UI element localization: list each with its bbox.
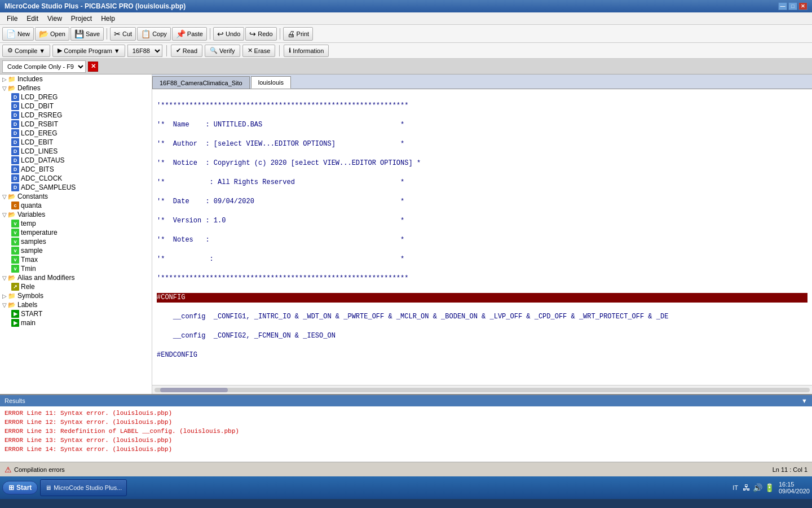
copy-button[interactable]: 📋 Copy — [137, 27, 171, 41]
menu-project[interactable]: Project — [67, 14, 96, 24]
labels-label: Labels — [17, 301, 37, 309]
lcd-lines-icon: D — [11, 147, 19, 155]
sidebar-section-labels[interactable]: ▽ 📂 Labels — [0, 300, 152, 309]
lcd-dataus-icon: D — [11, 156, 19, 164]
sidebar-item-samples[interactable]: v samples — [0, 237, 152, 246]
adc-sampleus-label: ADC_SAMPLEUS — [21, 183, 76, 191]
sidebar-item-lcd-dreg[interactable]: D LCD_DREG — [0, 93, 152, 102]
results-header: Results ▼ — [0, 395, 812, 406]
open-icon: 📂 — [39, 29, 48, 38]
status-bar: ⚠ Compilation errors Ln 11 : Col 1 — [0, 462, 812, 476]
compile-program-button[interactable]: ▶ Compile Program ▼ — [52, 45, 125, 57]
cut-button[interactable]: ✂ Cut — [110, 27, 136, 41]
taskbar-app-microcode[interactable]: 🖥 MicroCode Studio Plus... — [40, 479, 127, 496]
quanta-label: quanta — [21, 202, 42, 209]
sidebar-section-defines[interactable]: ▽ 📂 Defines — [0, 84, 152, 93]
start-button[interactable]: ⊞ Start — [2, 481, 38, 494]
compilation-errors-label: Compilation errors — [14, 466, 65, 473]
new-button[interactable]: 📄 New — [2, 27, 34, 41]
h-scroll-thumb[interactable] — [160, 388, 228, 392]
maximize-button[interactable]: □ — [788, 2, 797, 10]
main-area: ▷ 📁 Includes ▽ 📂 Defines D LCD_DREG D LC… — [0, 75, 812, 394]
menu-view[interactable]: View — [43, 14, 67, 24]
volume-icon: 🔊 — [753, 483, 762, 492]
battery-icon: 🔋 — [765, 483, 774, 492]
open-button[interactable]: 📂 Open — [35, 27, 69, 41]
sidebar-section-variables[interactable]: ▽ 📂 Variables — [0, 210, 152, 219]
sidebar-item-lcd-rsbit[interactable]: D LCD_RSBIT — [0, 120, 152, 129]
variables-folder-icon: 📂 — [8, 211, 16, 218]
alias-label: Alias and Modifiers — [17, 274, 74, 282]
sidebar-item-lcd-rsreg[interactable]: D LCD_RSREG — [0, 111, 152, 120]
sidebar-item-main[interactable]: ▶ main — [0, 318, 152, 327]
compile-only-select[interactable]: Code Compile Only - F9 — [2, 60, 86, 73]
sidebar-item-lcd-ebit[interactable]: D LCD_EBIT — [0, 138, 152, 147]
paste-button[interactable]: 📌 Paste — [172, 27, 207, 41]
tabs-bar: 16F88_CameraClimatica_Sito louislouis — [152, 75, 812, 89]
sidebar-section-alias[interactable]: ▽ 📂 Alias and Modifiers — [0, 273, 152, 282]
sidebar-section-symbols[interactable]: ▷ 📁 Symbols — [0, 291, 152, 300]
code-line-2: '* Name : UNTITLED.BAS * — [157, 120, 807, 130]
app-icon: 🖥 — [45, 484, 51, 491]
sidebar-section-includes[interactable]: ▷ 📁 Includes — [0, 75, 152, 84]
main-label: main — [21, 319, 36, 327]
network-icon: 🖧 — [743, 483, 751, 492]
variables-label: Variables — [17, 211, 45, 218]
verify-button[interactable]: 🔍 Verify — [205, 45, 240, 57]
lcd-dataus-label: LCD_DATAUS — [21, 156, 65, 164]
adc-clock-icon: D — [11, 174, 19, 182]
sidebar-item-lcd-dbit[interactable]: D LCD_DBIT — [0, 102, 152, 111]
sidebar-item-adc-sampleus[interactable]: D ADC_SAMPLEUS — [0, 183, 152, 192]
rele-icon: ↗ — [11, 283, 19, 291]
code-line-5: '* : All Rights Reserved * — [157, 178, 807, 187]
sidebar-item-adc-bits[interactable]: D ADC_BITS — [0, 165, 152, 174]
horizontal-scrollbar[interactable] — [152, 385, 812, 394]
sidebar-item-lcd-lines[interactable]: D LCD_LINES — [0, 147, 152, 156]
undo-button[interactable]: ↩ Undo — [213, 27, 244, 41]
erase-button[interactable]: ✕ Erase — [242, 45, 276, 57]
error-icon: ⚠ — [5, 465, 12, 474]
sidebar-item-tmin[interactable]: v Tmin — [0, 264, 152, 273]
sidebar-section-constants[interactable]: ▽ 📂 Constants — [0, 192, 152, 201]
menu-help[interactable]: Help — [96, 14, 120, 24]
code-editor[interactable]: '***************************************… — [152, 89, 812, 385]
code-line-6: '* Date : 09/04/2020 * — [157, 197, 807, 207]
sidebar-item-quanta[interactable]: c quanta — [0, 201, 152, 210]
clock: 16:15 09/04/2020 — [779, 481, 810, 494]
sidebar-item-rele[interactable]: ↗ Rele — [0, 282, 152, 291]
adc-clock-label: ADC_CLOCK — [21, 174, 62, 182]
compile-only-close[interactable]: ✕ — [88, 62, 98, 72]
code-line-8: '* Notes : * — [157, 235, 807, 245]
sidebar-item-tmax[interactable]: v Tmax — [0, 255, 152, 264]
temp-label: temp — [21, 220, 36, 227]
constants-folder-icon: 📂 — [8, 193, 16, 200]
tab-louislouis[interactable]: louislouis — [251, 76, 291, 89]
menu-edit[interactable]: Edit — [22, 14, 43, 24]
close-button[interactable]: ✕ — [798, 2, 807, 10]
chip-select[interactable]: 16F88 — [127, 45, 162, 57]
tmin-label: Tmin — [21, 265, 36, 273]
menu-file[interactable]: File — [2, 14, 22, 24]
sidebar-item-start[interactable]: ▶ START — [0, 309, 152, 318]
minimize-button[interactable]: — — [778, 2, 787, 10]
save-button[interactable]: 💾 Save — [70, 27, 104, 41]
results-panel: Results ▼ ERROR Line 11: Syntax error. (… — [0, 394, 812, 462]
sidebar-item-lcd-dataus[interactable]: D LCD_DATAUS — [0, 156, 152, 165]
result-error-4: ERROR Line 13: Syntax error. (louislouis… — [5, 436, 807, 445]
sidebar-item-sample[interactable]: v sample — [0, 246, 152, 255]
tab-camera[interactable]: 16F88_CameraClimatica_Sito — [152, 76, 250, 89]
sidebar-item-adc-clock[interactable]: D ADC_CLOCK — [0, 174, 152, 183]
sidebar-item-temperature[interactable]: v temperature — [0, 228, 152, 237]
print-button[interactable]: 🖨 Print — [283, 27, 314, 41]
code-content: '***************************************… — [152, 89, 812, 385]
sidebar-item-lcd-ereg[interactable]: D LCD_EREG — [0, 129, 152, 138]
redo-button[interactable]: ↪ Redo — [245, 27, 276, 41]
read-button[interactable]: ✔ Read — [171, 45, 202, 57]
title-text: MicroCode Studio Plus - PICBASIC PRO (lo… — [5, 2, 186, 10]
compile-button[interactable]: ⚙ Compile ▼ — [2, 45, 50, 57]
read-icon: ✔ — [176, 47, 181, 54]
code-line-11: #CONFIG — [157, 293, 807, 303]
sidebar-item-temp[interactable]: v temp — [0, 219, 152, 228]
samples-icon: v — [11, 238, 19, 246]
information-button[interactable]: ℹ Information — [284, 45, 329, 57]
